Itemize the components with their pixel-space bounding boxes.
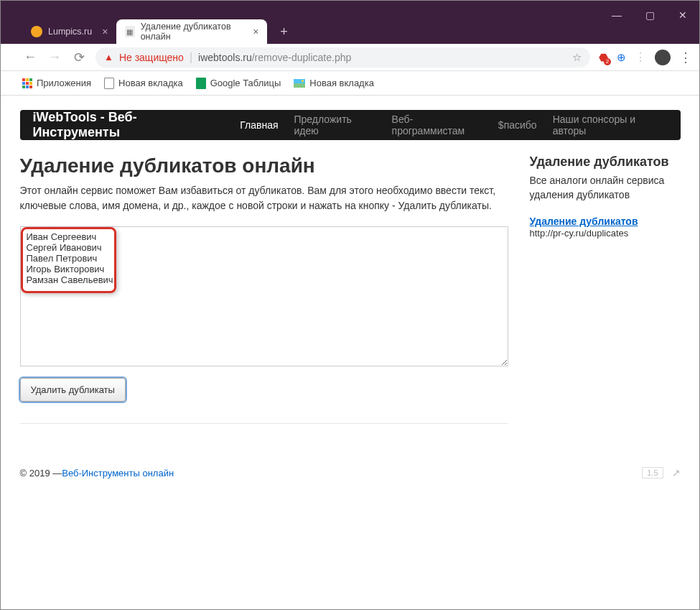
extension-globe-icon[interactable]: ⊕ bbox=[617, 51, 626, 64]
back-button[interactable]: ← bbox=[22, 50, 38, 65]
tab-title: Удаление дубликатов онлайн bbox=[141, 22, 243, 42]
bookmark-apps[interactable]: Приложения bbox=[22, 78, 91, 88]
close-window-button[interactable]: ✕ bbox=[666, 1, 699, 29]
main-content: Удаление дубликатов онлайн Этот онлайн с… bbox=[20, 154, 508, 424]
sidebar: Удаление дубликатов Все аналоги онлайн с… bbox=[530, 154, 681, 424]
forward-button: → bbox=[47, 50, 62, 65]
url-text: iwebtools.ru/remove-duplicate.php bbox=[198, 52, 351, 63]
duplicates-textarea[interactable] bbox=[20, 226, 508, 366]
security-label: Не защищено bbox=[119, 52, 184, 63]
window-controls: — ▢ ✕ bbox=[600, 1, 699, 29]
maximize-button[interactable]: ▢ bbox=[633, 1, 666, 29]
bookmark-label: Новая вкладка bbox=[118, 78, 183, 88]
warning-icon: ▲ bbox=[104, 52, 113, 63]
footer-link[interactable]: Веб-Инструменты онлайн bbox=[62, 468, 174, 479]
favicon-icon bbox=[31, 26, 42, 37]
bookmark-label: Новая вкладка bbox=[309, 78, 374, 88]
footer-copyright: © 2019 — bbox=[20, 468, 62, 479]
tab-title: Lumpics.ru bbox=[48, 27, 92, 37]
close-icon[interactable]: × bbox=[253, 26, 258, 37]
sheets-icon bbox=[196, 78, 206, 89]
browser-tab-inactive[interactable]: Lumpics.ru × bbox=[22, 19, 116, 44]
bookmark-newtab[interactable]: Новая вкладка bbox=[104, 78, 183, 89]
bookmark-label: Google Таблицы bbox=[210, 78, 281, 88]
site-navbar: iWebTools - Веб-Инструменты Главная Пред… bbox=[20, 110, 681, 140]
external-link-icon[interactable]: ↗ bbox=[672, 467, 681, 479]
nav-home[interactable]: Главная bbox=[240, 119, 278, 131]
document-icon bbox=[104, 78, 114, 89]
favicon-icon: ▦ bbox=[125, 26, 134, 37]
browser-tab-active[interactable]: ▦ Удаление дубликатов онлайн × bbox=[116, 19, 267, 44]
bookmark-label: Приложения bbox=[37, 78, 91, 88]
sidebar-link[interactable]: Удаление дубликатов bbox=[530, 216, 638, 227]
address-bar: ← → ⟳ ▲ Не защищено | iwebtools.ru/remov… bbox=[1, 44, 699, 71]
nav-sponsors[interactable]: Наши спонсоры и авторы bbox=[553, 114, 668, 137]
remove-duplicates-button[interactable]: Удалить дубликаты bbox=[20, 378, 126, 402]
close-icon[interactable]: × bbox=[102, 26, 108, 37]
bookmark-newtab[interactable]: Новая вкладка bbox=[294, 78, 374, 88]
extension-adblock-icon[interactable]: ⬣ bbox=[599, 51, 608, 64]
browser-menu-icon[interactable]: ⋮ bbox=[679, 50, 692, 65]
divider bbox=[20, 423, 508, 424]
page-description: Этот онлайн сервис поможет Вам избавитьс… bbox=[20, 183, 508, 213]
sidebar-text: Все аналоги онлайн сервиса удаления дубл… bbox=[530, 174, 681, 202]
minimize-button[interactable]: — bbox=[600, 1, 633, 29]
nav-thanks[interactable]: $пасибо bbox=[498, 119, 537, 131]
new-tab-button[interactable]: + bbox=[274, 19, 294, 44]
footer: © 2019 — Веб-Инструменты онлайн 1.5 ↗ bbox=[20, 467, 681, 479]
sidebar-link-url: http://pr-cy.ru/duplicates bbox=[530, 228, 681, 239]
url-field[interactable]: ▲ Не защищено | iwebtools.ru/remove-dupl… bbox=[95, 47, 590, 68]
browser-titlebar: Lumpics.ru × ▦ Удаление дубликатов онлай… bbox=[1, 1, 699, 44]
site-brand[interactable]: iWebTools - Веб-Инструменты bbox=[33, 110, 218, 140]
apps-grid-icon bbox=[22, 78, 32, 88]
nav-devs[interactable]: Веб-программистам bbox=[392, 114, 482, 137]
reload-button[interactable]: ⟳ bbox=[71, 50, 87, 65]
image-icon bbox=[294, 79, 305, 88]
profile-avatar[interactable] bbox=[655, 50, 671, 65]
page-title: Удаление дубликатов онлайн bbox=[20, 154, 508, 177]
bookmarks-bar: Приложения Новая вкладка Google Таблицы … bbox=[1, 71, 699, 96]
footer-stat: 1.5 bbox=[642, 467, 663, 479]
bookmark-star-icon[interactable]: ☆ bbox=[572, 51, 582, 64]
sidebar-heading: Удаление дубликатов bbox=[530, 154, 681, 170]
nav-suggest[interactable]: Предложить идею bbox=[294, 114, 376, 137]
bookmark-sheets[interactable]: Google Таблицы bbox=[196, 78, 281, 89]
